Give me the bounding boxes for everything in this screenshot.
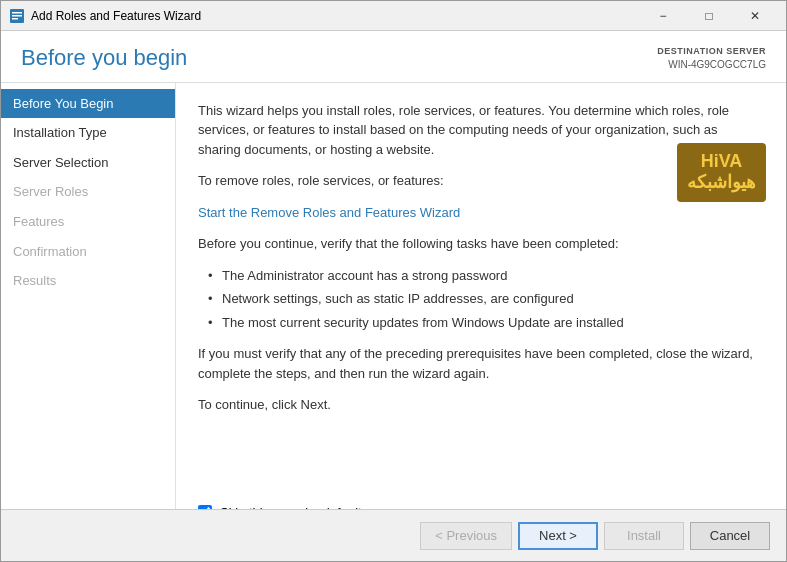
destination-server-info: DESTINATION SERVER WIN-4G9COGCC7LG (657, 45, 766, 72)
sidebar-item-installation-type[interactable]: Installation Type (1, 118, 175, 148)
verify-close-paragraph: If you must verify that any of the prece… (198, 344, 762, 383)
minimize-button[interactable]: − (640, 1, 686, 31)
sidebar-item-results: Results (1, 266, 175, 296)
main-content: This wizard helps you install roles, rol… (176, 83, 786, 509)
task-item-3: The most current security updates from W… (208, 313, 762, 333)
title-bar: Add Roles and Features Wizard − □ ✕ (1, 1, 786, 31)
continue-paragraph: To continue, click Next. (198, 395, 762, 415)
cancel-button[interactable]: Cancel (690, 522, 770, 550)
destination-label: DESTINATION SERVER (657, 45, 766, 58)
watermark-line2: هیواشبکه (687, 172, 756, 194)
app-icon (9, 8, 25, 24)
destination-value: WIN-4G9COGCC7LG (657, 58, 766, 72)
skip-checkbox[interactable] (198, 505, 212, 509)
close-button[interactable]: ✕ (732, 1, 778, 31)
remove-wizard-link[interactable]: Start the Remove Roles and Features Wiza… (198, 205, 460, 220)
next-button[interactable]: Next > (518, 522, 598, 550)
window-title: Add Roles and Features Wizard (31, 9, 640, 23)
sidebar-item-before-you-begin[interactable]: Before You Begin (1, 89, 175, 119)
install-button[interactable]: Install (604, 522, 684, 550)
skip-area: Skip this page by default (198, 495, 762, 509)
watermark-box: HiVA هیواشبکه (677, 143, 766, 202)
wizard-window: Add Roles and Features Wizard − □ ✕ Befo… (0, 0, 787, 562)
watermark: HiVA هیواشبکه (677, 143, 766, 202)
sidebar-item-server-roles: Server Roles (1, 177, 175, 207)
sidebar-item-server-selection[interactable]: Server Selection (1, 148, 175, 178)
sidebar-item-confirmation: Confirmation (1, 237, 175, 267)
tasks-list: The Administrator account has a strong p… (208, 266, 762, 333)
sidebar-item-features: Features (1, 207, 175, 237)
svg-rect-2 (12, 15, 22, 17)
skip-label: Skip this page by default (220, 505, 362, 509)
svg-rect-3 (12, 18, 18, 20)
task-item-2: Network settings, such as static IP addr… (208, 289, 762, 309)
content-area: Before you begin DESTINATION SERVER WIN-… (1, 31, 786, 509)
header-bar: Before you begin DESTINATION SERVER WIN-… (1, 31, 786, 82)
watermark-line1: HiVA (687, 151, 756, 173)
main-body: Before You Begin Installation Type Serve… (1, 82, 786, 509)
footer-bar: < Previous Next > Install Cancel (1, 509, 786, 561)
page-title: Before you begin (21, 45, 187, 71)
sidebar: Before You Begin Installation Type Serve… (1, 83, 176, 509)
previous-button[interactable]: < Previous (420, 522, 512, 550)
window-controls: − □ ✕ (640, 1, 778, 31)
verify-paragraph: Before you continue, verify that the fol… (198, 234, 762, 254)
maximize-button[interactable]: □ (686, 1, 732, 31)
skip-checkbox-label[interactable]: Skip this page by default (198, 505, 362, 509)
svg-rect-1 (12, 12, 22, 14)
task-item-1: The Administrator account has a strong p… (208, 266, 762, 286)
